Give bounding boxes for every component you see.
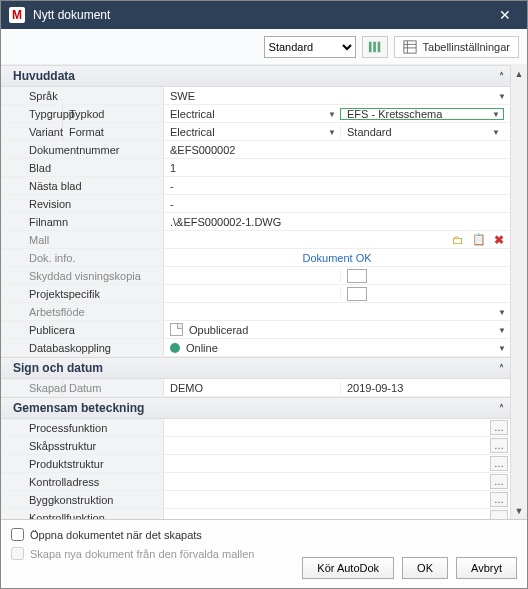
ok-button[interactable]: OK — [402, 557, 448, 579]
value-filnamn[interactable]: .\&EFS000002-1.DWG — [164, 213, 510, 230]
value-produktstruktur[interactable]: … — [164, 455, 510, 472]
titlebar: M Nytt dokument ✕ — [1, 1, 527, 29]
chevron-down-icon[interactable]: ▼ — [492, 109, 500, 118]
value-processfunktion[interactable]: … — [164, 419, 510, 436]
ellipsis-button[interactable]: … — [490, 438, 508, 453]
scrollbar[interactable]: ▲ ▼ — [510, 65, 527, 519]
label-produktstruktur: Produktstruktur — [1, 455, 164, 472]
clipboard-icon[interactable]: 📋 — [472, 233, 486, 246]
value-datum[interactable]: 2019-09-13 — [340, 382, 504, 394]
svg-rect-3 — [403, 40, 415, 52]
label-nasta: Nästa blad — [1, 177, 164, 194]
ellipsis-button[interactable]: … — [490, 456, 508, 471]
table-settings-label: Tabellinställningar — [423, 41, 510, 53]
label-projspec: Projektspecifik — [1, 285, 164, 302]
value-typkod[interactable]: EFS - Kretsschema▼ — [340, 108, 504, 120]
label-kontrolladress: Kontrolladress — [1, 473, 164, 490]
status-dot-icon — [170, 343, 180, 353]
chevron-down-icon[interactable]: ▼ — [498, 343, 506, 352]
value-mall[interactable]: 🗀 📋 ✖ — [164, 231, 510, 248]
value-byggkonstruktion[interactable]: … — [164, 491, 510, 508]
value-arbetsflode[interactable]: ▼ — [164, 303, 510, 320]
chevron-down-icon[interactable]: ▼ — [492, 127, 500, 136]
app-logo: M — [9, 7, 25, 23]
value-kontrollfunktion[interactable]: … — [164, 509, 510, 519]
label-processfunktion: Processfunktion — [1, 419, 164, 436]
scroll-up-icon[interactable]: ▲ — [511, 65, 527, 82]
value-variant[interactable]: Electrical▼ — [170, 126, 340, 138]
value-doknr[interactable]: &EFS000002 — [164, 141, 510, 158]
svg-rect-1 — [373, 41, 376, 52]
chevron-up-icon[interactable]: ˄ — [499, 71, 504, 82]
value-skapsstruktur[interactable]: … — [164, 437, 510, 454]
chevron-up-icon[interactable]: ˄ — [499, 403, 504, 414]
label-databas: Databaskoppling — [1, 339, 164, 356]
label-blad: Blad — [1, 159, 164, 176]
window-title: Nytt dokument — [33, 8, 491, 22]
value-revision[interactable]: - — [164, 195, 510, 212]
table-settings-button[interactable]: Tabellinställningar — [394, 36, 519, 58]
section-sign[interactable]: Sign och datum ˄ — [1, 357, 510, 379]
cancel-button[interactable]: Avbryt — [456, 557, 517, 579]
label-typgrupp-typkod: TypgruppTypkod — [1, 105, 164, 122]
checkbox-projspec[interactable] — [340, 287, 504, 301]
label-byggkonstruktion: Byggkonstruktion — [1, 491, 164, 508]
ellipsis-button[interactable]: … — [490, 420, 508, 435]
value-databas[interactable]: Online▼ — [164, 339, 510, 356]
svg-rect-0 — [368, 41, 371, 52]
chevron-up-icon[interactable]: ˄ — [499, 363, 504, 374]
chevron-down-icon[interactable]: ▼ — [498, 325, 506, 334]
ellipsis-button[interactable]: … — [490, 510, 508, 519]
label-filnamn: Filnamn — [1, 213, 164, 230]
label-from-template: Skapa nya dokument från den förvalda mal… — [30, 548, 254, 560]
close-icon[interactable]: ✕ — [491, 7, 519, 23]
checkbox-open-after[interactable] — [11, 528, 24, 541]
value-publicera[interactable]: Opublicerad▼ — [164, 321, 510, 338]
label-mall: Mall — [1, 231, 164, 248]
folder-icon[interactable]: 🗀 — [452, 233, 464, 247]
chevron-down-icon[interactable]: ▼ — [498, 307, 506, 316]
label-skapad-datum: SkapadDatum — [1, 379, 164, 396]
value-typgrupp[interactable]: Electrical▼ — [170, 108, 340, 120]
svg-rect-2 — [377, 41, 380, 52]
value-blad[interactable]: 1 — [164, 159, 510, 176]
delete-icon[interactable]: ✖ — [494, 233, 504, 247]
label-revision: Revision — [1, 195, 164, 212]
chevron-down-icon[interactable]: ▼ — [498, 91, 506, 100]
value-format[interactable]: Standard▼ — [340, 126, 504, 138]
section-huvuddata[interactable]: Huvuddata ˄ — [1, 65, 510, 87]
checkbox-from-template — [11, 547, 24, 560]
label-skapsstruktur: Skåpsstruktur — [1, 437, 164, 454]
label-variant-format: VariantFormat — [1, 123, 164, 140]
section-gemensam[interactable]: Gemensam beteckning ˄ — [1, 397, 510, 419]
value-skapad[interactable]: DEMO — [170, 382, 340, 394]
ellipsis-button[interactable]: … — [490, 474, 508, 489]
label-publicera: Publicera — [1, 321, 164, 338]
scroll-down-icon[interactable]: ▼ — [511, 502, 527, 519]
label-skyddad: Skyddad visningskopia — [1, 267, 164, 284]
label-arbetsflode: Arbetsflöde — [1, 303, 164, 320]
value-sprak[interactable]: SWE▼ — [164, 87, 510, 104]
value-kontrolladress[interactable]: … — [164, 473, 510, 490]
document-icon — [170, 323, 183, 336]
preset-select[interactable]: Standard — [264, 36, 356, 58]
chevron-down-icon[interactable]: ▼ — [328, 127, 336, 136]
label-sprak: Språk — [1, 87, 164, 104]
ellipsis-button[interactable]: … — [490, 492, 508, 507]
label-dokinfo: Dok. info. — [1, 249, 164, 266]
toolbar: Standard Tabellinställningar — [1, 29, 527, 65]
columns-icon-button[interactable] — [362, 36, 388, 58]
label-doknr: Dokumentnummer — [1, 141, 164, 158]
chevron-down-icon[interactable]: ▼ — [328, 109, 336, 118]
label-open-after: Öppna dokumentet när det skapats — [30, 529, 202, 541]
checkbox-skyddad[interactable] — [340, 269, 504, 283]
autodok-button[interactable]: Kör AutoDok — [302, 557, 394, 579]
label-kontrollfunktion: Kontrollfunktion — [1, 509, 164, 519]
value-dokinfo: Dokument OK — [164, 249, 510, 266]
value-nasta[interactable]: - — [164, 177, 510, 194]
footer: Öppna dokumentet när det skapats Skapa n… — [1, 519, 527, 589]
